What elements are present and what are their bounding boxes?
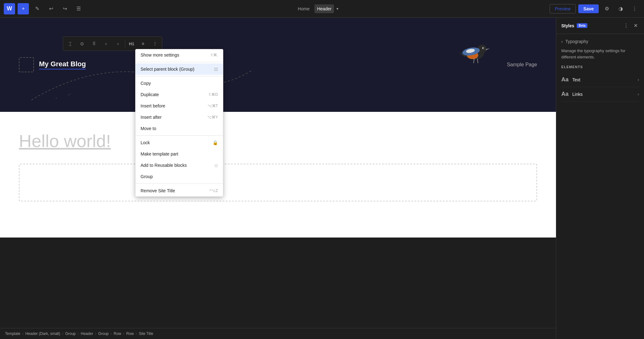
context-menu: Show more settings ⇧⌘, Select parent blo… [135, 49, 223, 197]
element-text-chevron: › [638, 78, 639, 82]
typography-title: Typography [565, 39, 588, 44]
undo-button[interactable]: ↩ [45, 3, 57, 14]
location-icon[interactable]: ⊙ [76, 38, 88, 49]
toolbar-divider [125, 40, 125, 47]
content-block-placeholder [19, 164, 537, 201]
edit-button[interactable]: ✎ [31, 3, 43, 14]
breadcrumb-sep-4: › [95, 331, 96, 336]
redo-button[interactable]: ↪ [59, 3, 70, 14]
shortcut-show-more: ⇧⌘, [210, 53, 218, 57]
context-item-label: Lock [141, 140, 150, 145]
context-item-label: Select parent block (Group) [141, 67, 194, 72]
breadcrumb-group-1[interactable]: Group [65, 331, 75, 336]
settings-icon[interactable]: ⚙ [601, 3, 613, 14]
breadcrumb-template[interactable]: Template [5, 331, 20, 336]
move-icon[interactable]: ⠿ [88, 38, 100, 49]
context-item-duplicate[interactable]: Duplicate ⇧⌘D [136, 89, 223, 100]
context-item-label: Copy [141, 81, 151, 86]
panel-close-icon[interactable]: ✕ [632, 21, 639, 30]
context-item-label: Insert before [141, 103, 165, 108]
dark-mode-icon[interactable]: ◑ [615, 3, 626, 14]
panel-back-button[interactable]: ‹ Typography [561, 39, 639, 44]
svg-line-1 [56, 97, 57, 99]
context-item-label: Show more settings [141, 52, 179, 57]
breadcrumb-site-title[interactable]: Site Title [139, 331, 153, 336]
select-parent-icon: ⊡ [214, 67, 218, 72]
top-bar: W ＋ ✎ ↩ ↪ ☰ Home Header ▾ Preview Save ⚙… [0, 0, 644, 18]
nav-home[interactable]: Home [295, 4, 312, 13]
breadcrumb-row-2[interactable]: Row [126, 331, 134, 336]
panel-content: ‹ Typography Manage the typography setti… [556, 34, 644, 107]
breadcrumb-sep-6: › [123, 331, 125, 336]
links-aa-icon: Aa [561, 91, 569, 97]
context-item-show-more-settings[interactable]: Show more settings ⇧⌘, [136, 49, 223, 61]
context-item-label: Add to Reusable blocks [141, 163, 187, 168]
arrow-right-icon[interactable]: › [112, 38, 124, 49]
breadcrumb-sep-5: › [110, 331, 112, 336]
context-item-make-template[interactable]: Make template part [136, 148, 223, 160]
context-item-move-to[interactable]: Move to [136, 123, 223, 134]
site-title[interactable]: My Great Blog [39, 60, 86, 69]
panel-more-options[interactable]: ⋮ [622, 21, 630, 30]
reusable-icon: ◇ [214, 163, 218, 168]
breadcrumb: Template › Header (Dark, small) › Group … [0, 328, 556, 339]
save-button[interactable]: Save [578, 4, 599, 13]
drag-handle-icon[interactable]: ⌶ [64, 38, 76, 49]
add-block-button[interactable]: ＋ [18, 3, 29, 14]
arrow-left-icon[interactable]: ‹ [100, 38, 112, 49]
site-logo-placeholder [19, 57, 34, 72]
context-item-label: Remove Site Title [141, 188, 175, 193]
element-item-text[interactable]: Aa Text › [561, 73, 639, 87]
align-icon[interactable]: ≡ [137, 38, 149, 49]
bird-decoration [455, 36, 493, 69]
sample-page-link[interactable]: Sample Page [507, 62, 537, 68]
breadcrumb-header-dark[interactable]: Header (Dark, small) [25, 331, 60, 336]
context-item-group[interactable]: Group [136, 171, 223, 182]
context-item-copy[interactable]: Copy [136, 78, 223, 89]
main-area: ⌶ ⊙ ⠿ ‹ › H1 ≡ ⋮ My Great Blog Sample Pa… [0, 0, 644, 339]
element-item-left-text: Aa Text [561, 76, 580, 83]
preview-button[interactable]: Preview [550, 4, 576, 14]
breadcrumb-sep-1: › [22, 331, 24, 336]
breadcrumb-sep-2: › [62, 331, 63, 336]
more-block-options-icon[interactable]: ⋮ [149, 38, 161, 49]
menu-divider-1 [136, 62, 223, 62]
typography-description: Manage the typography settings for diffe… [561, 48, 639, 60]
context-item-insert-before[interactable]: Insert before ⌥⌘T [136, 100, 223, 112]
svg-line-10 [477, 58, 478, 63]
context-item-remove-site-title[interactable]: Remove Site Title ^⌥Z [136, 185, 223, 196]
list-view-button[interactable]: ☰ [73, 3, 84, 14]
content-section: Hello world! [0, 112, 556, 238]
breadcrumb-header[interactable]: Header [81, 331, 93, 336]
context-item-insert-after[interactable]: Insert after ⌥⌘Y [136, 112, 223, 123]
more-options-icon[interactable]: ⋮ [629, 3, 640, 14]
toolbar-right: Preview Save ⚙ ◑ ⋮ [546, 3, 644, 14]
breadcrumb-group-2[interactable]: Group [98, 331, 108, 336]
wordpress-logo[interactable]: W [4, 3, 15, 14]
panel-title: Styles [561, 23, 574, 28]
toolbar-center: Home Header ▾ [88, 4, 546, 13]
breadcrumb-sep-7: › [136, 331, 137, 336]
nav-chevron-icon[interactable]: ▾ [336, 7, 338, 11]
menu-divider-3 [136, 135, 223, 136]
context-item-add-reusable[interactable]: Add to Reusable blocks ◇ [136, 160, 223, 171]
breadcrumb-row-1[interactable]: Row [114, 331, 121, 336]
context-item-select-parent[interactable]: Select parent block (Group) ⊡ [136, 63, 223, 75]
nav-header[interactable]: Header [314, 4, 334, 13]
svg-point-8 [483, 47, 484, 49]
shortcut-insert-before: ⌥⌘T [208, 104, 218, 108]
shortcut-remove: ^⌥Z [209, 189, 218, 193]
menu-divider-4 [136, 183, 223, 184]
context-item-label: Make template part [141, 151, 178, 156]
context-item-lock[interactable]: Lock 🔒 [136, 137, 223, 148]
context-item-label: Group [141, 174, 153, 179]
context-item-label: Insert after [141, 115, 162, 120]
element-item-links[interactable]: Aa Links › [561, 87, 639, 101]
header-section: My Great Blog Sample Page [0, 18, 556, 112]
element-item-left-links: Aa Links [561, 91, 583, 97]
elements-label: ELEMENTS [561, 65, 639, 69]
text-aa-icon: Aa [561, 76, 569, 83]
context-item-label: Duplicate [141, 92, 159, 97]
editor-area: ⌶ ⊙ ⠿ ‹ › H1 ≡ ⋮ My Great Blog Sample Pa… [0, 18, 556, 339]
heading-level-button[interactable]: H1 [126, 40, 137, 47]
